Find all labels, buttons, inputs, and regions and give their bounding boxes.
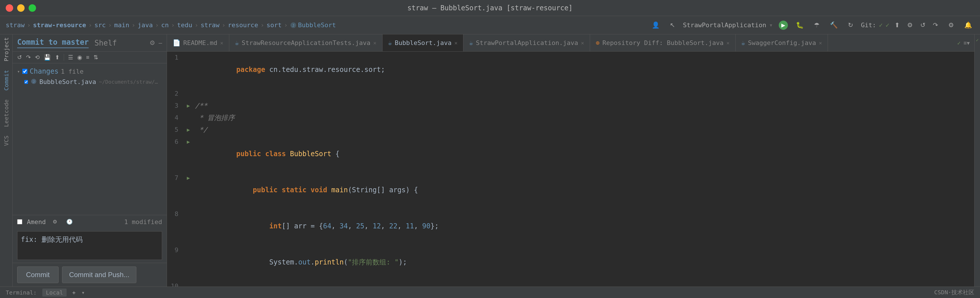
tab-swagger[interactable]: ☕ SwaggerConfig.java ✕	[736, 34, 828, 51]
close-button[interactable]	[6, 4, 13, 12]
amend-checkbox[interactable]	[17, 219, 22, 224]
fold-marker-5[interactable]: ▶	[184, 124, 192, 136]
tab-bubblesort-close[interactable]: ✕	[454, 40, 457, 46]
sidebar-icon-leetcode[interactable]: Leetcode	[3, 99, 10, 127]
build-button[interactable]: 🔨	[827, 20, 840, 30]
local-tab[interactable]: Local	[42, 288, 66, 296]
breadcrumb-bubblesort[interactable]: J BubbleSort	[290, 21, 336, 29]
profile-button[interactable]: 👤	[649, 20, 662, 30]
commit-and-push-button[interactable]: Commit and Push...	[62, 266, 137, 283]
amend-history-button[interactable]: 🕐	[64, 218, 75, 226]
tab-straw-portal[interactable]: ☕ StrawPortalApplication.java ✕	[463, 34, 590, 51]
tab-repo-diff-close[interactable]: ✕	[726, 40, 730, 46]
toolbar-save-button[interactable]: 💾	[44, 54, 51, 61]
tab-straw-portal-close[interactable]: ✕	[581, 40, 584, 46]
line-code-1: package cn.tedu.straw.resource.sort;	[192, 51, 974, 88]
breadcrumb-main[interactable]: main	[114, 21, 129, 29]
file-tabs: 📄 README.md ✕ ☕ StrawResourceApplication…	[167, 34, 974, 51]
breadcrumb-straw-resource[interactable]: straw-resource	[33, 21, 86, 29]
fold-marker-3[interactable]: ▶	[184, 100, 192, 112]
tab-readme-close[interactable]: ✕	[220, 40, 223, 46]
sep4: ›	[132, 21, 135, 29]
tab-repo-diff[interactable]: ⊕ Repository Diff: BubbleSort.java ✕	[590, 34, 736, 51]
debug-button[interactable]: 🐛	[794, 20, 806, 30]
commit-panel-header: Commit to master Shelf ⚙ –	[13, 34, 167, 51]
toolbar-undo-button[interactable]: ↺	[17, 54, 22, 61]
terminal-dropdown-button[interactable]: ▾	[81, 289, 85, 296]
status-right: CSDN·技术社区	[934, 288, 974, 296]
sep8: ›	[222, 21, 226, 29]
changes-checkbox[interactable]	[22, 69, 27, 74]
tab-tests[interactable]: ☕ StrawResourceApplicationTests.java ✕	[229, 34, 382, 51]
line-num-3: 3	[167, 100, 184, 112]
breadcrumb-sort[interactable]: sort	[266, 21, 282, 29]
code-line-10: 10 printArray(arr);	[167, 280, 974, 287]
straw-portal-icon: ☕	[469, 39, 473, 46]
panel-collapse-button[interactable]: –	[159, 39, 162, 47]
breadcrumb-resource[interactable]: resource	[228, 21, 258, 29]
breadcrumb-src[interactable]: src	[94, 21, 106, 29]
file-path: ~/Documents/straw/straw-resource/src/mai…	[99, 79, 160, 85]
toolbar-list-button[interactable]: ≡	[86, 54, 89, 61]
breadcrumb: straw › straw-resource › src › main › ja…	[6, 21, 336, 29]
panel-settings-button[interactable]: ⚙	[150, 39, 155, 47]
tab-repo-diff-label: Repository Diff: BubbleSort.java	[602, 39, 724, 46]
notification-button[interactable]: 🔔	[962, 20, 974, 30]
coverage-button[interactable]: ☂	[811, 20, 822, 30]
tab-swagger-label: SwaggerConfig.java	[748, 39, 816, 46]
breadcrumb-tedu[interactable]: tedu	[177, 21, 192, 29]
breadcrumb-java[interactable]: java	[137, 21, 153, 29]
toolbar-right: 👤 ↖ StrawPortalApplication ▾ ▶ 🐛 ☂ 🔨 ↻ G…	[649, 20, 974, 30]
svg-text:J: J	[33, 80, 35, 84]
run-marker-7[interactable]: ▶	[184, 172, 192, 184]
sidebar-icon-commit[interactable]: Commit	[3, 70, 10, 91]
toolbar-refresh-button[interactable]: ⟲	[35, 54, 40, 61]
tab-commit-to-master[interactable]: Commit to master	[17, 38, 89, 48]
code-line-7: 7 ▶ public static void main(String[] arg…	[167, 172, 974, 208]
bubblesort-icon: ☕	[388, 39, 392, 46]
sidebar-icon-project[interactable]: Project	[3, 37, 10, 61]
settings-button[interactable]: ⚙	[946, 20, 956, 30]
code-line-5: 5 ▶ */	[167, 124, 974, 136]
titlebar: straw – BubbleSort.java [straw-resource]	[0, 0, 980, 16]
tab-readme[interactable]: 📄 README.md ✕	[167, 34, 229, 51]
git-check2-icon: ✓	[886, 21, 889, 29]
changes-count: 1 file	[61, 68, 83, 75]
tab-shelf[interactable]: Shelf	[94, 39, 117, 47]
refresh-button[interactable]: ↻	[846, 20, 855, 30]
toolbar-sort-button[interactable]: ⇅	[94, 54, 99, 61]
run-marker-6[interactable]: ▶	[184, 136, 192, 148]
tab-swagger-close[interactable]: ✕	[819, 40, 822, 46]
new-terminal-button[interactable]: +	[72, 289, 76, 296]
git-settings-button[interactable]: ⚙	[905, 20, 915, 30]
tab-tests-close[interactable]: ✕	[373, 40, 377, 46]
git-redo-button[interactable]: ↷	[931, 20, 940, 30]
tab-list-button[interactable]: ≡▾	[963, 40, 970, 46]
breadcrumb-straw2[interactable]: straw	[201, 21, 220, 29]
tab-bubblesort[interactable]: ☕ BubbleSort.java ✕	[382, 34, 464, 51]
file-item-bubblesort: J BubbleSort.java ~/Documents/straw/stra…	[17, 77, 162, 87]
toolbar-redo-button[interactable]: ↷	[26, 54, 31, 61]
minimize-button[interactable]	[17, 4, 25, 12]
toolbar-layout-button[interactable]: ☰	[68, 54, 73, 61]
maximize-button[interactable]	[29, 4, 36, 12]
changes-title: Changes	[30, 67, 59, 75]
sidebar-icon-vcs[interactable]: VCS	[3, 136, 10, 146]
file-java-icon: J	[31, 79, 37, 85]
file-checkbox[interactable]	[24, 79, 28, 85]
amend-label: Amend	[27, 218, 46, 226]
breadcrumb-straw[interactable]: straw	[6, 21, 25, 29]
amend-settings-button[interactable]: ⚙	[50, 218, 59, 226]
git-undo-button[interactable]: ↺	[918, 20, 928, 30]
git-push-button[interactable]: ⬆	[892, 20, 902, 30]
run-button[interactable]: ▶	[779, 21, 788, 30]
commit-button[interactable]: Commit	[17, 266, 59, 283]
breadcrumb-cn[interactable]: cn	[161, 21, 169, 29]
pointer-button[interactable]: ↖	[668, 20, 677, 30]
commit-message-input[interactable]: fix: 删除无用代码	[17, 231, 162, 260]
toolbar-upload-button[interactable]: ⬆	[55, 54, 60, 61]
line-code-10: printArray(arr);	[192, 280, 974, 287]
sep10: ›	[284, 21, 288, 29]
toolbar-circle-button[interactable]: ◉	[77, 54, 82, 61]
window-controls[interactable]	[6, 4, 36, 12]
